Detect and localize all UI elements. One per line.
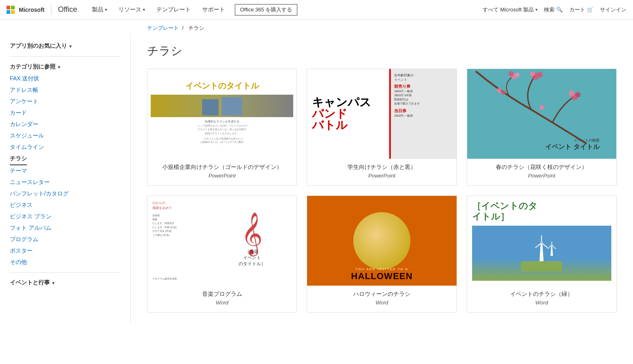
nav-products[interactable]: 製品 ▾ bbox=[87, 4, 112, 15]
template-card-6[interactable]: ［イベントのタイトル］ bbox=[467, 195, 617, 313]
sidebar-item-business[interactable]: ビジネス bbox=[10, 200, 120, 211]
gold-title: イベントのタイトル bbox=[185, 80, 259, 91]
favorites-section-toggle[interactable]: アプリ別のお気に入り ▾ bbox=[10, 40, 120, 52]
sidebar-item-brochure[interactable]: パンフレット/カタログ bbox=[10, 188, 120, 200]
template-card-5[interactable]: YOU ARE INVITED TO A HALLOWEEN ハロウィーンのチラ… bbox=[307, 195, 457, 313]
breadcrumb: テンプレート / チラシ bbox=[0, 20, 633, 33]
browse-label: カテゴリ別に参照 bbox=[10, 63, 56, 71]
svg-rect-16 bbox=[521, 261, 562, 271]
microsoft-label: Microsoft bbox=[19, 7, 45, 13]
sidebar-item-timeline[interactable]: タイムライン bbox=[10, 142, 120, 153]
template-thumbnail-6: ［イベントのタイトル］ bbox=[467, 196, 616, 286]
thumb-music: 心からの感謝を込めて 会長様理事たします。利用頂きたします。利用 (氏名)させて… bbox=[147, 196, 296, 286]
signin-button[interactable]: サインイン bbox=[600, 6, 626, 13]
breadcrumb-separator: / bbox=[182, 25, 184, 31]
music-sponsor: プログラム提供社名様 bbox=[151, 275, 204, 282]
office365-cta-button[interactable]: Office 365 を購入する bbox=[235, 4, 298, 16]
event-green-title: ［イベントのタイトル］ bbox=[472, 201, 611, 222]
template-thumbnail-4: 心からの感謝を込めて 会長様理事たします。利用頂きたします。利用 (氏名)させて… bbox=[147, 196, 296, 286]
breadcrumb-current: チラシ bbox=[188, 25, 204, 31]
nav-resources[interactable]: リソース ▾ bbox=[114, 4, 150, 15]
sidebar-divider bbox=[10, 56, 120, 57]
template-name-4: 音楽プログラム bbox=[154, 291, 290, 298]
main-content: チラシ イベントのタイトル 効果的なチラシを作成する （ここで説明されている25… bbox=[131, 33, 633, 322]
template-thumbnail-1: イベントのタイトル 効果的なチラシを作成する （ここで説明されている250）プレ… bbox=[147, 69, 296, 159]
svg-point-21 bbox=[540, 242, 543, 244]
sidebar-section-favorites: アプリ別のお気に入り ▾ bbox=[10, 40, 120, 52]
music-credits: 会長様理事たします。利用頂きたします。利用 (氏名)させて頂き (氏名)この度は… bbox=[151, 212, 204, 239]
svg-text:イベントの概要: イベントの概要 bbox=[573, 138, 599, 142]
sidebar-item-fax[interactable]: FAX 送付状 bbox=[10, 73, 120, 84]
nav-templates[interactable]: テンプレート bbox=[152, 4, 196, 15]
ms-grid-icon bbox=[7, 6, 15, 14]
sidebar-item-schedule[interactable]: スケジュール bbox=[10, 130, 120, 142]
music-clef-icon: 𝄞 bbox=[241, 215, 263, 252]
events-label: イベントと行事 bbox=[10, 279, 50, 286]
student-battle: バトル bbox=[312, 120, 348, 131]
template-name-3: 春のチラシ（花咲く枝のデザイン） bbox=[474, 164, 610, 171]
header-divider bbox=[51, 5, 51, 15]
thumb-student: キャンパス バンド バトル 全年齢対象のイベント 前売り券 1800円 一般席3… bbox=[307, 69, 456, 159]
thumb-music-right: 𝄞 ［音楽イベントのタイトル］ bbox=[207, 196, 296, 286]
search-icon: 🔍 bbox=[556, 7, 563, 13]
windmill-svg bbox=[521, 235, 562, 271]
sidebar-item-program[interactable]: プログラム bbox=[10, 234, 120, 245]
template-name-1: 小規模企業向けチラシ（ゴールドのデザイン） bbox=[154, 164, 290, 171]
sidebar-item-calendar[interactable]: カレンダー bbox=[10, 119, 120, 130]
sidebar-item-address[interactable]: アドレス帳 bbox=[10, 84, 120, 96]
all-products-link[interactable]: すべて Microsoft 製品 ▾ bbox=[483, 6, 537, 13]
template-app-1: PowerPoint bbox=[154, 173, 290, 179]
student-door-block: 当日券 2000円 一般席 bbox=[394, 108, 453, 118]
chevron-down-icon: ▾ bbox=[69, 44, 71, 49]
templates-grid: イベントのタイトル 効果的なチラシを作成する （ここで説明されている250）プレ… bbox=[147, 69, 617, 313]
office-label[interactable]: Office bbox=[58, 5, 77, 14]
event-green-img bbox=[472, 226, 611, 281]
browse-section-toggle[interactable]: カテゴリ別に参照 ▾ bbox=[10, 61, 120, 73]
sidebar-item-flyer[interactable]: チラシ bbox=[10, 153, 27, 165]
svg-text:イベント タイトル: イベント タイトル bbox=[545, 143, 600, 150]
template-info-4: 音楽プログラム Word bbox=[147, 286, 296, 312]
events-section-toggle[interactable]: イベントと行事 ▾ bbox=[10, 277, 120, 289]
sidebar-item-other[interactable]: その他 bbox=[10, 257, 120, 268]
sidebar: アプリ別のお気に入り ▾ カテゴリ別に参照 ▾ FAX 送付状 アドレス帳 アン… bbox=[0, 33, 131, 322]
student-door-label: 当日券 bbox=[394, 108, 453, 114]
halloween-text: YOU ARE INVITED TO A HALLOWEEN bbox=[307, 267, 456, 282]
chevron-down-icon: ▾ bbox=[105, 7, 107, 12]
template-name-2: 学生向けチラシ（赤と黒） bbox=[314, 164, 450, 171]
template-info-5: ハロウィーンのチラシ Word bbox=[307, 286, 456, 312]
sidebar-item-bizplan[interactable]: ビジネス プラン bbox=[10, 211, 120, 222]
svg-point-10 bbox=[497, 88, 502, 93]
nav-support[interactable]: サポート bbox=[197, 4, 230, 15]
music-heart-text: 心からの感謝を込めて bbox=[151, 199, 204, 212]
page-title: チラシ bbox=[147, 43, 617, 59]
template-card-1[interactable]: イベントのタイトル 効果的なチラシを作成する （ここで説明されている250）プレ… bbox=[147, 69, 297, 186]
svg-point-26 bbox=[551, 244, 553, 246]
template-card-4[interactable]: 心からの感謝を込めて 会長様理事たします。利用頂きたします。利用 (氏名)させて… bbox=[147, 195, 297, 313]
svg-point-8 bbox=[508, 71, 514, 77]
breadcrumb-parent[interactable]: テンプレート bbox=[147, 25, 179, 31]
cart-icon: 🛒 bbox=[587, 7, 593, 13]
template-info-6: イベントのチラシ（緑） Word bbox=[467, 286, 616, 312]
student-presale-label: 前売り券 bbox=[394, 84, 453, 89]
sidebar-item-newsletter[interactable]: ニュースレター bbox=[10, 177, 120, 188]
template-card-2[interactable]: キャンパス バンド バトル 全年齢対象のイベント 前売り券 1800円 一般席3… bbox=[307, 69, 457, 186]
sidebar-item-poster[interactable]: ポスター bbox=[10, 245, 120, 257]
chevron-down-icon: ▾ bbox=[58, 65, 60, 69]
ms-logo[interactable]: Microsoft bbox=[7, 6, 45, 14]
sidebar-section-events: イベントと行事 ▾ bbox=[10, 277, 120, 289]
template-thumbnail-3: イベントの概要 イベント タイトル bbox=[467, 69, 616, 159]
cart-button[interactable]: カート 🛒 bbox=[569, 6, 593, 13]
halloween-moon bbox=[353, 212, 410, 269]
sidebar-item-photo[interactable]: フォト アルバム bbox=[10, 222, 120, 234]
sidebar-item-theme[interactable]: テーマ bbox=[10, 165, 120, 177]
student-all-ages: 全年齢対象のイベント bbox=[394, 73, 453, 82]
student-door-price: 2000円 一般席 bbox=[394, 114, 453, 118]
search-button[interactable]: 検索 🔍 bbox=[544, 6, 563, 13]
thumb-student-right: 全年齢対象のイベント 前売り券 1800円 一般席3600円 VIP席団体割引は… bbox=[389, 69, 456, 159]
sidebar-item-card[interactable]: カード bbox=[10, 107, 120, 119]
chevron-down-icon: ▾ bbox=[535, 7, 537, 12]
sidebar-item-survey[interactable]: アンケート bbox=[10, 96, 120, 107]
favorites-label: アプリ別のお気に入り bbox=[10, 42, 67, 50]
template-app-5: Word bbox=[314, 300, 450, 306]
template-card-3[interactable]: イベントの概要 イベント タイトル 春のチラシ（花咲く枝のデザイン） Power… bbox=[467, 69, 617, 186]
